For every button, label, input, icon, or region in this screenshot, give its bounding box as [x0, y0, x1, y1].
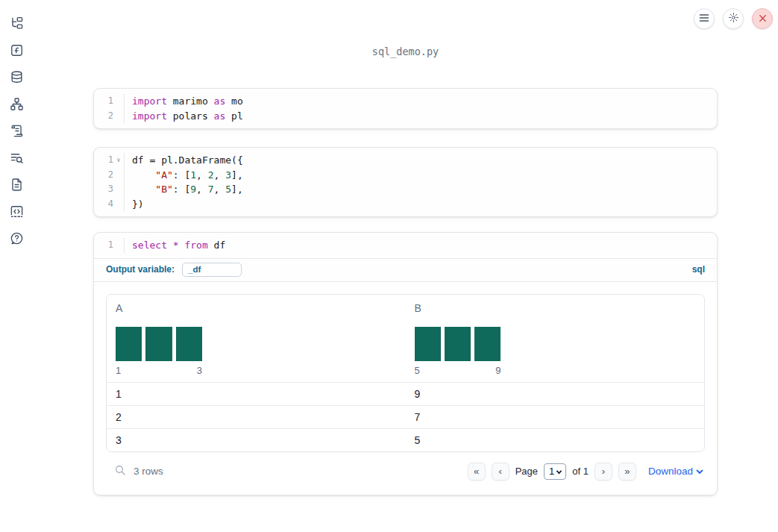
- code-line: 2 "A": [1, 2, 3],: [94, 168, 717, 183]
- column-header-a[interactable]: A 1 3: [107, 295, 406, 382]
- sql-editor[interactable]: 1 select * from df: [94, 233, 717, 258]
- line-number: 3: [94, 182, 113, 197]
- table-row[interactable]: 1 9: [107, 382, 704, 405]
- sidebar-item-dependencies[interactable]: [0, 92, 33, 119]
- table-row[interactable]: 3 5: [107, 428, 704, 451]
- histogram-bar: [415, 327, 441, 361]
- histogram-bar: [176, 327, 202, 361]
- cell-value: 3: [107, 429, 406, 451]
- helper-panel-sidebar: [0, 0, 33, 532]
- gear-icon: [728, 12, 739, 26]
- code-text: import marimo as mo: [125, 94, 243, 109]
- sidebar-item-datasources[interactable]: [0, 65, 33, 92]
- code-line: 1 ∨ df = pl.DataFrame({: [94, 153, 717, 168]
- code-line: 1 import marimo as mo: [94, 94, 717, 109]
- code-editor[interactable]: 1 import marimo as mo 2 import polars as…: [94, 89, 717, 128]
- chevron-down-icon: [556, 466, 562, 477]
- sql-options-bar: Output variable: sql: [94, 258, 717, 281]
- code-line: 1 select * from df: [94, 238, 717, 253]
- histogram-bar: [445, 327, 471, 361]
- column-header-b[interactable]: B 5 9: [406, 295, 705, 382]
- first-page-icon: «: [474, 466, 479, 477]
- notebook-filename: sql_demo.py: [33, 46, 778, 57]
- settings-button[interactable]: [723, 8, 744, 29]
- fold-chevron-icon[interactable]: ∨: [113, 153, 125, 168]
- page-total-label: of 1: [572, 466, 589, 477]
- page-select[interactable]: 1: [544, 463, 566, 480]
- line-number: 2: [94, 109, 113, 124]
- code-line: 4 }): [94, 197, 717, 212]
- column-histogram: 5 9: [415, 327, 501, 376]
- notebook-actions: [694, 8, 773, 29]
- last-page-button[interactable]: »: [618, 463, 636, 481]
- code-text: import polars as pl: [125, 109, 243, 124]
- sidebar-item-logs[interactable]: [0, 119, 33, 145]
- cell-value: 5: [406, 429, 705, 451]
- code-editor[interactable]: 1 ∨ df = pl.DataFrame({ 2 "A": [1, 2, 3]…: [94, 148, 717, 216]
- row-count: 3 rows: [134, 466, 163, 477]
- code-line: 2 import polars as pl: [94, 109, 717, 124]
- menu-button[interactable]: [694, 8, 715, 29]
- cell-value: 9: [406, 383, 705, 405]
- line-number: 4: [94, 197, 113, 212]
- file-tree-icon: [10, 16, 24, 34]
- column-label: A: [116, 302, 397, 314]
- output-variable-input[interactable]: [182, 263, 242, 277]
- code-text: df = pl.DataFrame({: [125, 153, 243, 168]
- code-cell-dataframe: 1 ∨ df = pl.DataFrame({ 2 "A": [1, 2, 3]…: [93, 147, 718, 217]
- first-page-button[interactable]: «: [468, 463, 486, 481]
- help-bubble-icon: [10, 231, 24, 248]
- last-page-icon: »: [624, 466, 630, 477]
- line-number: 1: [94, 238, 113, 253]
- table-row[interactable]: 2 7: [107, 405, 704, 428]
- prev-page-button[interactable]: ‹: [492, 463, 509, 481]
- hist-max-label: 3: [197, 365, 202, 376]
- download-button[interactable]: Download: [648, 466, 703, 477]
- text-search-icon: [10, 151, 24, 168]
- sidebar-item-chat[interactable]: [0, 226, 33, 253]
- search-icon: [114, 464, 126, 479]
- sidebar-item-documentation[interactable]: [0, 145, 33, 172]
- histogram-bar: [116, 327, 142, 361]
- code-line: 3 "B": [9, 7, 5],: [94, 182, 717, 197]
- page-label: Page: [515, 466, 538, 477]
- code-square-icon: [10, 204, 24, 222]
- dependency-graph-icon: [10, 97, 24, 114]
- sidebar-item-scratchpad[interactable]: [0, 199, 33, 226]
- sql-cell: 1 select * from df Output variable: sql …: [93, 232, 718, 495]
- dataframe-table: A 1 3 B: [106, 294, 705, 452]
- sidebar-item-variables[interactable]: [0, 38, 33, 65]
- next-page-icon: ›: [602, 466, 605, 477]
- table-footer: 3 rows « ‹ Page 1 of 1 › » Download: [106, 459, 705, 484]
- download-label: Download: [648, 466, 693, 477]
- hist-min-label: 1: [116, 365, 121, 376]
- next-page-button[interactable]: ›: [595, 463, 612, 481]
- cell-value: 2: [107, 406, 406, 428]
- code-text: }): [125, 197, 144, 212]
- column-histogram: 1 3: [116, 327, 202, 376]
- page-select-value: 1: [549, 466, 554, 477]
- code-text: "A": [1, 2, 3],: [125, 168, 243, 183]
- sidebar-item-snippets[interactable]: [0, 172, 33, 199]
- cell-value: 1: [107, 383, 406, 405]
- column-label: B: [415, 302, 696, 314]
- output-variable-label: Output variable:: [106, 264, 175, 275]
- table-header-row: A 1 3 B: [107, 295, 704, 382]
- shutdown-button[interactable]: [752, 8, 773, 29]
- scroll-icon: [10, 124, 24, 141]
- line-number: 2: [94, 168, 113, 183]
- function-square-icon: [10, 43, 24, 60]
- close-x-icon: [759, 12, 767, 25]
- sql-language-badge[interactable]: sql: [692, 264, 705, 275]
- pagination-controls: « ‹ Page 1 of 1 › » Download: [468, 463, 703, 481]
- file-text-icon: [10, 178, 24, 195]
- search-button[interactable]: [113, 465, 127, 478]
- prev-page-icon: ‹: [498, 466, 501, 477]
- code-text: "B": [9, 7, 5],: [125, 182, 243, 197]
- line-number: 1: [94, 94, 113, 109]
- chevron-down-icon: [696, 466, 703, 477]
- line-number: 1: [94, 153, 113, 168]
- sidebar-item-files[interactable]: [0, 11, 33, 38]
- cell-output: A 1 3 B: [94, 281, 717, 495]
- histogram-bar: [474, 327, 501, 361]
